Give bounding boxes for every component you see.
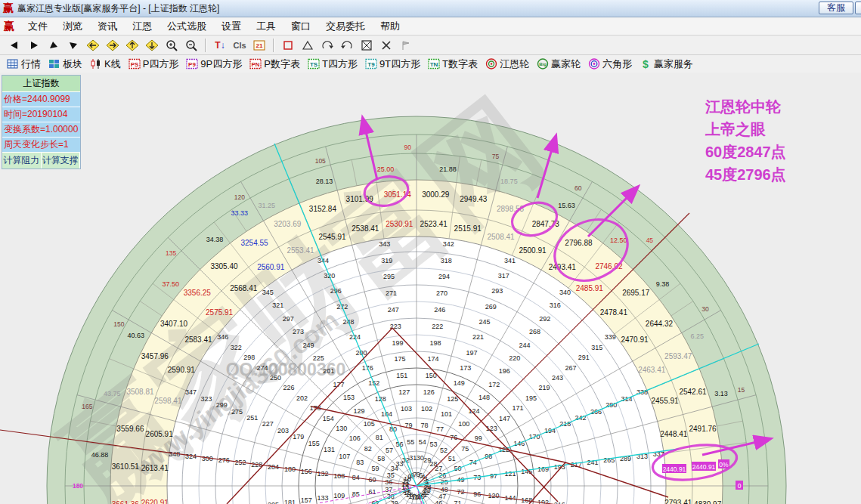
menu-bar: 赢 文件浏览资讯江恩公式选股设置工具窗口交易委托帮助 (0, 17, 861, 36)
tool-winner-wheel[interactable]: Big赢家轮 (537, 57, 581, 71)
rotate-up-icon[interactable] (45, 38, 63, 53)
svg-text:197: 197 (466, 349, 478, 357)
svg-text:2470.91: 2470.91 (621, 335, 649, 344)
svg-text:150: 150 (113, 320, 124, 328)
cls-icon[interactable]: Cls (231, 38, 249, 53)
pan-down-icon[interactable] (143, 38, 161, 53)
sectors-icon (48, 58, 60, 70)
zoom-in-icon[interactable] (163, 38, 181, 53)
tool-9p-square[interactable]: P99P四方形 (186, 57, 242, 71)
svg-text:147: 147 (499, 415, 510, 422)
svg-text:3508.81: 3508.81 (126, 388, 154, 396)
menu-item-1[interactable]: 浏览 (55, 18, 90, 35)
svg-text:2553.41: 2553.41 (286, 246, 314, 255)
pan-up-icon[interactable] (123, 38, 141, 53)
chart-type-toolbar: 行情板块K线PSP四方形P99P四方形PNP数字表TST四方形T99T四方形TN… (0, 55, 861, 73)
svg-text:222: 222 (432, 323, 443, 330)
menu-item-2[interactable]: 资讯 (90, 18, 125, 35)
draw-rect-icon[interactable] (279, 38, 297, 53)
svg-text:6.25: 6.25 (691, 332, 705, 340)
tool-quotes[interactable]: 行情 (7, 57, 41, 71)
menu-item-6[interactable]: 工具 (249, 18, 283, 35)
tool-sectors[interactable]: 板块 (48, 57, 82, 71)
svg-text:101: 101 (441, 410, 452, 418)
menu-item-9[interactable]: 帮助 (373, 18, 407, 35)
svg-text:267: 267 (565, 364, 576, 372)
draw-triangle-icon[interactable] (299, 38, 317, 53)
svg-text:83: 83 (356, 459, 364, 466)
svg-text:85: 85 (352, 490, 360, 498)
tool-t-square[interactable]: TST四方形 (308, 57, 358, 71)
prev-icon[interactable] (5, 38, 23, 53)
svg-text:174: 174 (428, 355, 439, 363)
svg-text:T9: T9 (367, 61, 375, 68)
tool-label: 板块 (63, 57, 82, 71)
svg-text:249: 249 (302, 342, 314, 349)
gann-wheel-canvas[interactable]: 赢家财富网www.yingjia360.comQQ:10080036012345… (0, 73, 861, 504)
tool-winner-service[interactable]: $赢家服务 (640, 57, 693, 71)
arc-cw-icon[interactable] (318, 38, 336, 53)
tool-p-square[interactable]: PSP四方形 (129, 57, 179, 71)
tool-p-table[interactable]: PNP数字表 (249, 57, 300, 71)
svg-text:347: 347 (185, 388, 197, 396)
svg-text:45: 45 (646, 237, 654, 244)
zoom-out-icon[interactable] (182, 38, 200, 53)
svg-text:2796.88: 2796.88 (565, 239, 593, 247)
svg-text:60度2847点: 60度2847点 (705, 144, 786, 160)
svg-text:3457.96: 3457.96 (141, 352, 169, 360)
tool-kline[interactable]: K线 (90, 57, 121, 71)
chart-area[interactable]: 赢家财富网www.yingjia360.comQQ:10080036012345… (0, 73, 861, 504)
order-button[interactable]: 订购 (855, 2, 861, 14)
menu-item-8[interactable]: 交易委托 (318, 18, 373, 35)
svg-text:173: 173 (460, 364, 471, 372)
svg-text:2478.41: 2478.41 (600, 308, 628, 317)
svg-text:226: 226 (283, 384, 295, 391)
9t-square-icon: T9 (365, 58, 377, 70)
svg-text:4830.97: 4830.97 (694, 500, 722, 504)
menu-item-7[interactable]: 窗口 (283, 18, 318, 35)
scatter-cross-icon[interactable] (377, 38, 395, 53)
svg-text:37.50: 37.50 (162, 280, 179, 288)
next-icon[interactable] (25, 38, 43, 53)
svg-text:12.50: 12.50 (610, 237, 627, 244)
svg-text:55: 55 (407, 438, 414, 446)
svg-text:2440.91: 2440.91 (692, 463, 716, 471)
svg-text:2560.91: 2560.91 (257, 263, 285, 271)
pan-left-icon[interactable] (84, 38, 102, 53)
svg-text:129: 129 (353, 407, 364, 415)
tool-t-table[interactable]: TNT数字表 (428, 57, 478, 71)
measure-icon[interactable]: T↓ (211, 38, 229, 53)
calendar-icon[interactable]: 21 (250, 38, 268, 53)
svg-text:PS: PS (130, 61, 138, 68)
t-square-icon: TS (308, 58, 320, 70)
customer-service-button[interactable]: 客服 (819, 2, 853, 14)
grid-box-icon[interactable] (358, 38, 376, 53)
menu-item-0[interactable]: 文件 (20, 18, 55, 35)
svg-text:2508.41: 2508.41 (487, 233, 515, 241)
svg-text:205: 205 (268, 501, 279, 504)
tool-hexagon[interactable]: 六角形 (588, 57, 632, 71)
menu-item-4[interactable]: 公式选股 (160, 18, 214, 35)
menu-item-3[interactable]: 江恩 (125, 18, 160, 35)
svg-text:2485.91: 2485.91 (576, 284, 604, 292)
tool-9t-square[interactable]: T99T四方形 (365, 57, 420, 71)
calc-resistance-button[interactable]: 计算阻力 (2, 153, 42, 169)
tool-gann-wheel[interactable]: 江恩轮 (485, 57, 529, 71)
menu-item-5[interactable]: 设置 (214, 18, 249, 35)
tool-label: P四方形 (143, 57, 179, 71)
svg-text:246: 246 (434, 306, 445, 314)
arc-ccw-icon[interactable] (338, 38, 356, 53)
svg-text:245: 245 (479, 318, 490, 326)
rotate-down-icon[interactable] (64, 38, 82, 53)
svg-text:130: 130 (336, 425, 347, 432)
flag-icon[interactable] (397, 38, 415, 53)
pan-right-icon[interactable] (104, 38, 122, 53)
svg-text:58: 58 (377, 455, 385, 462)
svg-text:2568.41: 2568.41 (230, 284, 258, 292)
svg-text:341: 341 (504, 257, 516, 264)
svg-text:Big: Big (539, 62, 547, 66)
tool-label: K线 (104, 57, 121, 71)
tool-label: T四方形 (322, 57, 358, 71)
calc-support-button[interactable]: 计算支撑 (42, 153, 81, 169)
svg-text:171: 171 (513, 404, 524, 412)
